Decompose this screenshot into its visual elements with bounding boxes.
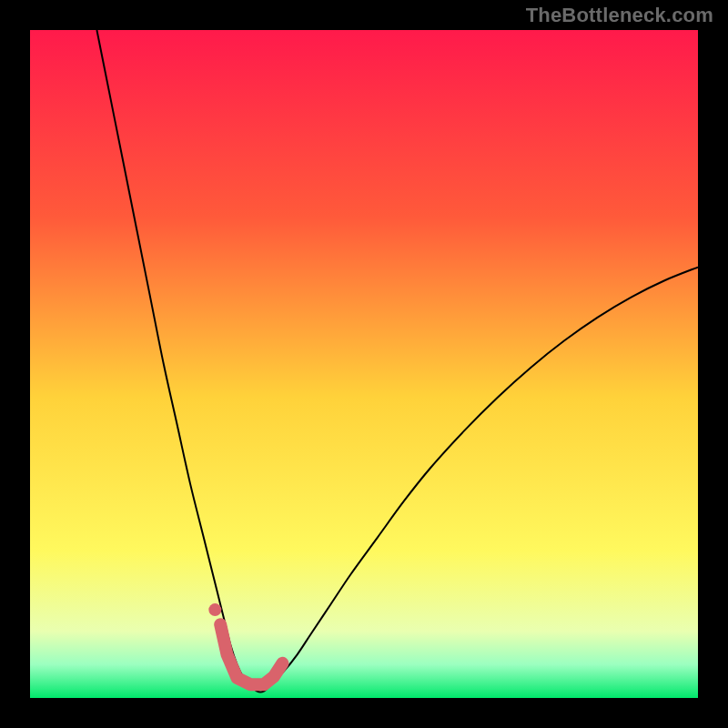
optimal-range-dot [208,603,221,616]
chart-frame: TheBottleneck.com [0,0,728,728]
watermark-text: TheBottleneck.com [526,4,713,27]
chart-background [30,30,698,698]
bottleneck-chart [0,0,728,728]
